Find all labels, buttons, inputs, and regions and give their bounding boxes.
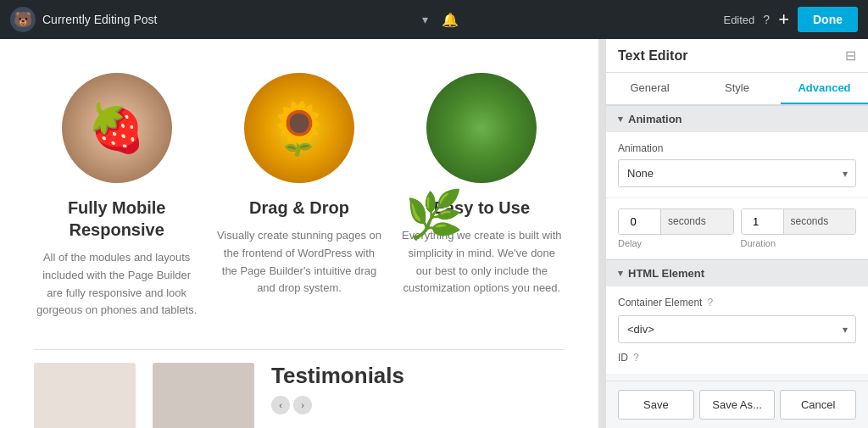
feature-image-strawberry xyxy=(62,73,172,183)
duration-input-group: seconds xyxy=(741,208,857,235)
feature-card-1: Fully MobileResponsive All of the module… xyxy=(34,73,199,320)
feature-desc-1: All of the modules and layouts included … xyxy=(34,249,199,320)
tab-advanced[interactable]: Advanced xyxy=(781,73,868,104)
panel-actions: Save Save As... Cancel xyxy=(606,381,868,428)
feature-card-3: Easy to Use Everything we create is buil… xyxy=(399,73,565,297)
animation-section-header[interactable]: ▾ Animation xyxy=(606,105,868,132)
container-info-icon[interactable]: ? xyxy=(707,297,713,308)
container-select-wrapper: <div> <section> <article> <aside> <heade… xyxy=(618,315,856,343)
delay-input[interactable] xyxy=(619,209,661,234)
prev-arrow[interactable]: ‹ xyxy=(271,396,290,414)
thumbnail-1 xyxy=(34,363,136,428)
testimonials-area: Testimonials ‹ › xyxy=(271,363,404,414)
side-panel: Text Editor ⊟ General Style Advanced ▾ A… xyxy=(605,39,868,428)
delay-field: seconds Delay xyxy=(618,208,734,248)
panel-content: ▾ Animation Animation None Fade Slide Bo… xyxy=(606,105,868,381)
animation-field-group: Animation None Fade Slide Bounce Zoom ▾ xyxy=(606,132,868,198)
minimize-icon[interactable]: ⊟ xyxy=(845,47,856,64)
panel-header: Text Editor ⊟ xyxy=(606,39,868,73)
resize-handle[interactable] xyxy=(598,39,605,428)
panel-tabs: General Style Advanced xyxy=(606,73,868,105)
delay-sublabel: Delay xyxy=(618,238,734,248)
html-section-label: HTML Element xyxy=(628,267,704,280)
animation-select[interactable]: None Fade Slide Bounce Zoom xyxy=(618,159,856,187)
time-row: seconds Delay seconds Duration xyxy=(618,208,856,248)
testimonials-heading: Testimonials xyxy=(271,363,404,389)
animation-select-wrapper: None Fade Slide Bounce Zoom ▾ xyxy=(618,159,856,187)
bottom-section: Testimonials ‹ › xyxy=(34,354,565,428)
cancel-button[interactable]: Cancel xyxy=(780,390,856,420)
feature-title-2: Drag & Drop xyxy=(216,197,381,219)
animation-section-label: Animation xyxy=(628,113,682,125)
id-row: ID ? xyxy=(618,352,856,364)
html-section-content: Container Element ? <div> <section> <art… xyxy=(606,286,868,374)
html-chevron-icon: ▾ xyxy=(618,268,623,279)
done-button[interactable]: Done xyxy=(798,7,858,32)
tab-style[interactable]: Style xyxy=(693,73,781,104)
container-element-select[interactable]: <div> <section> <article> <aside> <heade… xyxy=(618,315,856,343)
top-bar-right: Edited ? + Done xyxy=(723,7,858,32)
feature-image-sunflower xyxy=(244,73,354,183)
chevron-down-icon[interactable]: ▾ xyxy=(422,13,428,26)
timing-field-group: seconds Delay seconds Duration xyxy=(606,198,868,259)
panel-title: Text Editor xyxy=(618,48,687,64)
wp-logo: 🐻 xyxy=(10,7,36,32)
save-button[interactable]: Save xyxy=(618,390,694,420)
thumbnail-2 xyxy=(153,363,254,428)
feature-image-grass xyxy=(426,73,537,183)
duration-unit-label: seconds xyxy=(784,209,856,234)
save-as-button[interactable]: Save As... xyxy=(699,390,776,420)
feature-title-1: Fully MobileResponsive xyxy=(34,197,199,241)
duration-field: seconds Duration xyxy=(741,208,857,248)
edited-status: Edited xyxy=(723,14,754,26)
html-section-header[interactable]: ▾ HTML Element xyxy=(606,259,868,286)
help-icon[interactable]: ? xyxy=(763,13,770,26)
feature-desc-2: Visually create stunning pages on the fr… xyxy=(216,227,381,297)
next-arrow[interactable]: › xyxy=(293,396,312,414)
feature-card-2: Drag & Drop Visually create stunning pag… xyxy=(216,73,381,297)
editing-title: Currently Editing Post xyxy=(42,13,157,26)
container-label-row: Container Element ? xyxy=(618,297,856,308)
add-button[interactable]: + xyxy=(778,10,789,29)
tab-general[interactable]: General xyxy=(606,73,693,104)
container-element-label: Container Element xyxy=(618,297,702,308)
top-bar-left: 🐻 Currently Editing Post xyxy=(10,7,157,32)
animation-field-label: Animation xyxy=(618,142,856,154)
top-bar: 🐻 Currently Editing Post ▾ 🔔 Edited ? + … xyxy=(0,0,868,39)
feature-cards: Fully MobileResponsive All of the module… xyxy=(34,56,565,345)
main-layout: Fully MobileResponsive All of the module… xyxy=(0,39,868,428)
top-bar-mid: ▾ 🔔 xyxy=(422,12,459,28)
duration-sublabel: Duration xyxy=(741,238,857,248)
delay-unit-label: seconds xyxy=(661,209,733,234)
duration-input[interactable] xyxy=(742,209,784,234)
testimonials-nav: ‹ › xyxy=(271,396,404,414)
delay-input-group: seconds xyxy=(618,208,734,235)
section-divider xyxy=(34,349,565,350)
notification-bell-icon[interactable]: 🔔 xyxy=(442,12,459,28)
canvas-area: Fully MobileResponsive All of the module… xyxy=(0,39,598,428)
id-info-icon[interactable]: ? xyxy=(633,352,639,364)
animation-chevron-icon: ▾ xyxy=(618,114,623,125)
logo-emoji: 🐻 xyxy=(14,10,32,29)
id-label: ID xyxy=(618,352,628,364)
